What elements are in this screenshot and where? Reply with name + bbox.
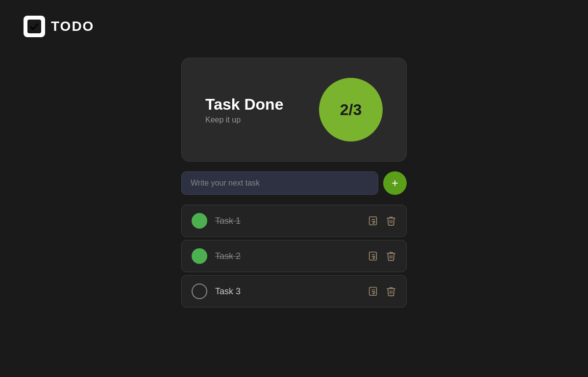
task-2-actions (368, 251, 396, 261)
svg-line-9 (374, 258, 375, 259)
stats-subtext: Keep it up (205, 116, 283, 124)
task-3-delete-icon[interactable] (386, 286, 396, 297)
task-1-delete-icon[interactable] (386, 215, 396, 226)
stats-progress-value: 2/3 (340, 101, 362, 119)
task-list: Task 1 (181, 205, 407, 307)
task-1-label: Task 1 (215, 216, 360, 226)
stats-heading: Task Done (205, 95, 283, 114)
stats-text: Task Done Keep it up (205, 95, 283, 124)
task-input[interactable] (181, 171, 378, 195)
stats-card: Task Done Keep it up 2/3 (181, 58, 407, 162)
add-task-button[interactable]: + (383, 171, 407, 195)
task-2-checkbox[interactable] (192, 248, 207, 264)
svg-line-13 (374, 293, 375, 294)
task-item-1: Task 1 (181, 205, 407, 237)
task-item-3: Task 3 (181, 275, 407, 307)
task-2-edit-icon[interactable] (368, 251, 379, 261)
app-logo (24, 16, 45, 37)
task-1-actions (368, 215, 396, 226)
task-2-delete-icon[interactable] (386, 251, 396, 261)
stats-progress-circle: 2/3 (319, 78, 383, 141)
task-item-2: Task 2 (181, 240, 407, 272)
task-1-checkbox[interactable] (192, 213, 207, 229)
task-3-checkbox[interactable] (192, 283, 207, 299)
task-input-row: + (181, 171, 407, 195)
task-1-edit-icon[interactable] (368, 215, 379, 226)
task-3-label: Task 3 (215, 286, 360, 297)
svg-rect-0 (27, 20, 41, 33)
task-3-actions (368, 286, 396, 297)
app-title: TODO (51, 19, 94, 34)
add-icon: + (392, 176, 398, 190)
app-header: TODO (0, 0, 118, 53)
main-content: Task Done Keep it up 2/3 + Task 1 (0, 53, 588, 307)
task-2-label: Task 2 (215, 251, 360, 261)
task-3-edit-icon[interactable] (368, 286, 379, 297)
